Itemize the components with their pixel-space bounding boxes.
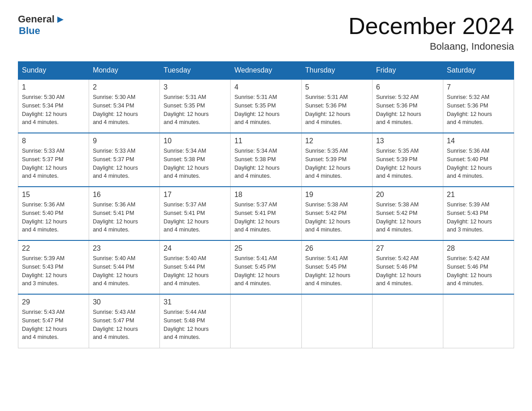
day-info: Sunrise: 5:37 AM Sunset: 5:41 PM Dayligh… bbox=[234, 201, 297, 234]
calendar-cell: 23 Sunrise: 5:40 AM Sunset: 5:44 PM Dayl… bbox=[89, 240, 160, 294]
logo-arrow-icon bbox=[56, 15, 65, 25]
day-info: Sunrise: 5:37 AM Sunset: 5:41 PM Dayligh… bbox=[163, 201, 227, 234]
calendar-cell: 5 Sunrise: 5:31 AM Sunset: 5:36 PM Dayli… bbox=[301, 79, 372, 133]
calendar-cell: 19 Sunrise: 5:38 AM Sunset: 5:42 PM Dayl… bbox=[301, 187, 372, 240]
days-header-row: SundayMondayTuesdayWednesdayThursdayFrid… bbox=[18, 62, 514, 80]
day-number: 8 bbox=[22, 137, 85, 145]
calendar-subtitle: Bolaang, Indonesia bbox=[348, 41, 514, 52]
day-number: 28 bbox=[447, 244, 510, 253]
calendar-cell: 22 Sunrise: 5:39 AM Sunset: 5:43 PM Dayl… bbox=[18, 240, 89, 294]
day-info: Sunrise: 5:30 AM Sunset: 5:34 PM Dayligh… bbox=[93, 93, 156, 127]
title-section: December 2024 Bolaang, Indonesia bbox=[348, 13, 514, 52]
day-number: 5 bbox=[305, 83, 369, 91]
day-info: Sunrise: 5:33 AM Sunset: 5:37 PM Dayligh… bbox=[22, 147, 85, 180]
day-info: Sunrise: 5:34 AM Sunset: 5:38 PM Dayligh… bbox=[163, 147, 227, 180]
calendar-title: December 2024 bbox=[348, 13, 514, 39]
calendar-cell: 1 Sunrise: 5:30 AM Sunset: 5:34 PM Dayli… bbox=[18, 79, 89, 133]
calendar-cell bbox=[231, 294, 301, 348]
calendar-cell: 16 Sunrise: 5:36 AM Sunset: 5:41 PM Dayl… bbox=[89, 187, 160, 240]
day-number: 15 bbox=[22, 191, 85, 199]
day-header-thursday: Thursday bbox=[301, 62, 372, 80]
week-row-2: 8 Sunrise: 5:33 AM Sunset: 5:37 PM Dayli… bbox=[18, 133, 514, 187]
week-row-4: 22 Sunrise: 5:39 AM Sunset: 5:43 PM Dayl… bbox=[18, 240, 514, 294]
day-info: Sunrise: 5:39 AM Sunset: 5:43 PM Dayligh… bbox=[22, 254, 85, 288]
page-header: General Blue December 2024 Bolaang, Indo… bbox=[18, 13, 514, 52]
day-number: 21 bbox=[447, 191, 510, 199]
day-info: Sunrise: 5:40 AM Sunset: 5:44 PM Dayligh… bbox=[93, 254, 156, 288]
day-number: 20 bbox=[376, 191, 439, 199]
day-info: Sunrise: 5:40 AM Sunset: 5:44 PM Dayligh… bbox=[163, 254, 227, 288]
day-info: Sunrise: 5:43 AM Sunset: 5:47 PM Dayligh… bbox=[93, 308, 156, 342]
day-info: Sunrise: 5:44 AM Sunset: 5:48 PM Dayligh… bbox=[163, 308, 227, 342]
calendar-cell: 7 Sunrise: 5:32 AM Sunset: 5:36 PM Dayli… bbox=[443, 79, 514, 133]
calendar-cell: 3 Sunrise: 5:31 AM Sunset: 5:35 PM Dayli… bbox=[160, 79, 231, 133]
calendar-cell: 4 Sunrise: 5:31 AM Sunset: 5:35 PM Dayli… bbox=[231, 79, 301, 133]
day-number: 18 bbox=[234, 191, 297, 199]
day-info: Sunrise: 5:41 AM Sunset: 5:45 PM Dayligh… bbox=[305, 254, 369, 288]
week-row-1: 1 Sunrise: 5:30 AM Sunset: 5:34 PM Dayli… bbox=[18, 79, 514, 133]
calendar-cell: 25 Sunrise: 5:41 AM Sunset: 5:45 PM Dayl… bbox=[231, 240, 301, 294]
day-info: Sunrise: 5:38 AM Sunset: 5:42 PM Dayligh… bbox=[305, 201, 369, 234]
day-info: Sunrise: 5:38 AM Sunset: 5:42 PM Dayligh… bbox=[376, 201, 439, 234]
day-header-saturday: Saturday bbox=[443, 62, 514, 80]
calendar-cell: 30 Sunrise: 5:43 AM Sunset: 5:47 PM Dayl… bbox=[89, 294, 160, 348]
day-number: 9 bbox=[93, 137, 156, 145]
day-number: 27 bbox=[376, 244, 439, 253]
day-number: 29 bbox=[22, 298, 85, 306]
day-number: 14 bbox=[447, 137, 510, 145]
calendar-cell: 10 Sunrise: 5:34 AM Sunset: 5:38 PM Dayl… bbox=[160, 133, 231, 187]
day-info: Sunrise: 5:41 AM Sunset: 5:45 PM Dayligh… bbox=[234, 254, 297, 288]
calendar-cell: 18 Sunrise: 5:37 AM Sunset: 5:41 PM Dayl… bbox=[231, 187, 301, 240]
day-info: Sunrise: 5:31 AM Sunset: 5:36 PM Dayligh… bbox=[305, 93, 369, 127]
calendar-cell: 11 Sunrise: 5:34 AM Sunset: 5:38 PM Dayl… bbox=[231, 133, 301, 187]
day-info: Sunrise: 5:35 AM Sunset: 5:39 PM Dayligh… bbox=[305, 147, 369, 180]
day-header-friday: Friday bbox=[372, 62, 443, 80]
day-number: 24 bbox=[163, 244, 227, 253]
calendar-cell: 15 Sunrise: 5:36 AM Sunset: 5:40 PM Dayl… bbox=[18, 187, 89, 240]
day-number: 26 bbox=[305, 244, 369, 253]
calendar-cell bbox=[301, 294, 372, 348]
day-info: Sunrise: 5:33 AM Sunset: 5:37 PM Dayligh… bbox=[93, 147, 156, 180]
day-info: Sunrise: 5:36 AM Sunset: 5:41 PM Dayligh… bbox=[93, 201, 156, 234]
day-info: Sunrise: 5:42 AM Sunset: 5:46 PM Dayligh… bbox=[447, 254, 510, 288]
day-number: 6 bbox=[376, 83, 439, 91]
day-info: Sunrise: 5:30 AM Sunset: 5:34 PM Dayligh… bbox=[22, 93, 85, 127]
day-number: 13 bbox=[376, 137, 439, 145]
day-number: 22 bbox=[22, 244, 85, 253]
calendar-cell: 2 Sunrise: 5:30 AM Sunset: 5:34 PM Dayli… bbox=[89, 79, 160, 133]
calendar-cell: 6 Sunrise: 5:32 AM Sunset: 5:36 PM Dayli… bbox=[372, 79, 443, 133]
day-info: Sunrise: 5:32 AM Sunset: 5:36 PM Dayligh… bbox=[376, 93, 439, 127]
logo-text-general: General bbox=[18, 13, 55, 25]
calendar-cell: 13 Sunrise: 5:35 AM Sunset: 5:39 PM Dayl… bbox=[372, 133, 443, 187]
calendar-cell: 26 Sunrise: 5:41 AM Sunset: 5:45 PM Dayl… bbox=[301, 240, 372, 294]
day-number: 10 bbox=[163, 137, 227, 145]
calendar-cell: 9 Sunrise: 5:33 AM Sunset: 5:37 PM Dayli… bbox=[89, 133, 160, 187]
day-number: 31 bbox=[163, 298, 227, 306]
day-number: 11 bbox=[234, 137, 297, 145]
calendar-cell: 24 Sunrise: 5:40 AM Sunset: 5:44 PM Dayl… bbox=[160, 240, 231, 294]
week-row-3: 15 Sunrise: 5:36 AM Sunset: 5:40 PM Dayl… bbox=[18, 187, 514, 240]
calendar-cell: 21 Sunrise: 5:39 AM Sunset: 5:43 PM Dayl… bbox=[443, 187, 514, 240]
day-info: Sunrise: 5:39 AM Sunset: 5:43 PM Dayligh… bbox=[447, 201, 510, 234]
day-info: Sunrise: 5:31 AM Sunset: 5:35 PM Dayligh… bbox=[234, 93, 297, 127]
svg-marker-0 bbox=[57, 17, 64, 23]
day-number: 2 bbox=[93, 83, 156, 91]
day-info: Sunrise: 5:43 AM Sunset: 5:47 PM Dayligh… bbox=[22, 308, 85, 342]
day-number: 17 bbox=[163, 191, 227, 199]
calendar-cell: 31 Sunrise: 5:44 AM Sunset: 5:48 PM Dayl… bbox=[160, 294, 231, 348]
logo: General Blue bbox=[18, 13, 65, 37]
calendar-cell: 12 Sunrise: 5:35 AM Sunset: 5:39 PM Dayl… bbox=[301, 133, 372, 187]
day-info: Sunrise: 5:31 AM Sunset: 5:35 PM Dayligh… bbox=[163, 93, 227, 127]
day-info: Sunrise: 5:42 AM Sunset: 5:46 PM Dayligh… bbox=[376, 254, 439, 288]
day-number: 19 bbox=[305, 191, 369, 199]
day-header-wednesday: Wednesday bbox=[231, 62, 301, 80]
calendar-cell: 14 Sunrise: 5:36 AM Sunset: 5:40 PM Dayl… bbox=[443, 133, 514, 187]
day-number: 1 bbox=[22, 83, 85, 91]
calendar-cell: 17 Sunrise: 5:37 AM Sunset: 5:41 PM Dayl… bbox=[160, 187, 231, 240]
day-info: Sunrise: 5:32 AM Sunset: 5:36 PM Dayligh… bbox=[447, 93, 510, 127]
day-number: 25 bbox=[234, 244, 297, 253]
calendar-table: SundayMondayTuesdayWednesdayThursdayFrid… bbox=[18, 61, 514, 348]
day-info: Sunrise: 5:36 AM Sunset: 5:40 PM Dayligh… bbox=[22, 201, 85, 234]
day-number: 3 bbox=[163, 83, 227, 91]
calendar-cell: 8 Sunrise: 5:33 AM Sunset: 5:37 PM Dayli… bbox=[18, 133, 89, 187]
